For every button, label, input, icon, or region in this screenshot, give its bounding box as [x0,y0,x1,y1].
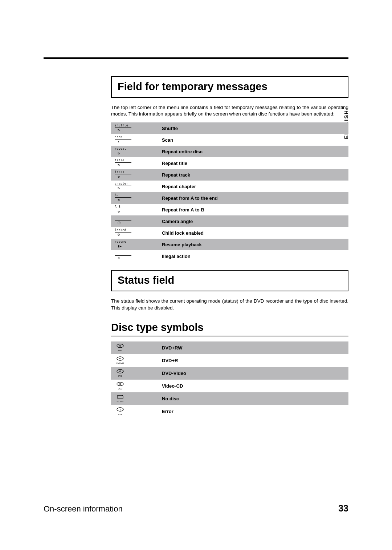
message-icon: track↻ [111,169,162,181]
table-row: title↻Repeat title [111,157,348,169]
table-row: shuffle↻Shuffle [111,122,348,134]
footer-page-number: 33 [338,503,348,514]
svg-point-7 [119,383,121,384]
heading-text: Disc type symbols [111,321,348,333]
section-heading-disc-symbols: Disc type symbols [111,321,348,336]
svg-point-4 [117,369,123,373]
disc-type-icon: DVD+R [111,354,162,367]
svg-text:!: ! [120,408,121,411]
message-icon: shuffle↻ [111,122,162,134]
table-row: chapter↻Repeat chapter [111,181,348,192]
disc-type-desc: DVD+RW [162,341,348,354]
section2-paragraph: The status field shows the current opera… [111,298,348,311]
heading-text: Status field [118,274,342,286]
disc-type-desc: DVD+R [162,354,348,367]
table-row: A-↻Repeat from A to the end [111,192,348,204]
disc-type-desc: Video-CD [162,380,348,392]
table-row: resume▮▸Resume playback [111,239,348,250]
section1-paragraph: The top left corner of the menu line con… [111,104,348,117]
svg-point-2 [117,357,123,360]
table-row: DVDDVD-Video [111,367,348,380]
section-heading-status-field: Status field [111,270,348,291]
message-icon: resume▮▸ [111,239,162,250]
section-heading-temp-messages: Field for temporary messages [111,76,348,98]
disc-type-icon: RW [111,341,162,354]
table-row: ✕Illegal action [111,250,348,262]
table-row: VCDVideo-CD [111,380,348,392]
table-row: A-B↻Repeat from A to B [111,204,348,215]
disc-type-icon: DVD [111,367,162,380]
table-row: locked⊘Child lock enabled [111,227,348,239]
disc-type-desc: DVD-Video [162,367,348,380]
message-desc: Repeat from A to B [162,204,348,215]
table-row: repeat↻Repeat entire disc [111,146,348,157]
message-desc: Resume playback [162,239,348,250]
message-desc: Child lock enabled [162,227,348,239]
table-row: track↻Repeat track [111,169,348,181]
message-icon: chapter↻ [111,181,162,192]
message-desc: Scan [162,134,348,146]
table-row: ⦾Camera angle [111,215,348,227]
footer-section-title: On-screen information [44,504,123,514]
message-desc: Illegal action [162,250,348,262]
svg-point-6 [117,382,123,386]
message-desc: Repeat from A to the end [162,192,348,204]
message-icon: ⦾ [111,215,162,227]
message-icon: A-↻ [111,192,162,204]
message-desc: Camera angle [162,215,348,227]
message-icon: title↻ [111,157,162,169]
message-icon: repeat↻ [111,146,162,157]
message-desc: Shuffle [162,122,348,134]
svg-point-1 [119,345,121,346]
message-icon: scan▸ [111,134,162,146]
disc-type-desc: No disc [162,392,348,405]
temp-messages-table: shuffle↻Shufflescan▸Scanrepeat↻Repeat en… [111,122,348,262]
disc-type-icon: !error [111,405,162,418]
message-desc: Repeat chapter [162,181,348,192]
table-row: DVD+RDVD+R [111,354,348,367]
disc-symbols-table: RWDVD+RWDVD+RDVD+RDVDDVD-VideoVCDVideo-C… [111,341,348,418]
table-row: no discNo disc [111,392,348,405]
message-icon: A-B↻ [111,204,162,215]
main-content: Field for temporary messages The top lef… [111,76,348,418]
disc-type-icon: VCD [111,380,162,392]
message-desc: Repeat entire disc [162,146,348,157]
table-row: scan▸Scan [111,134,348,146]
message-icon: locked⊘ [111,227,162,239]
disc-type-desc: Error [162,405,348,418]
top-rule [44,57,348,59]
message-icon: ✕ [111,250,162,262]
svg-point-0 [117,344,123,348]
heading-text: Field for temporary messages [118,81,342,93]
disc-type-icon: no disc [111,392,162,405]
svg-point-5 [119,371,121,372]
table-row: !errorError [111,405,348,418]
svg-point-3 [119,358,121,359]
message-desc: Repeat title [162,157,348,169]
message-desc: Repeat track [162,169,348,181]
table-row: RWDVD+RW [111,341,348,354]
